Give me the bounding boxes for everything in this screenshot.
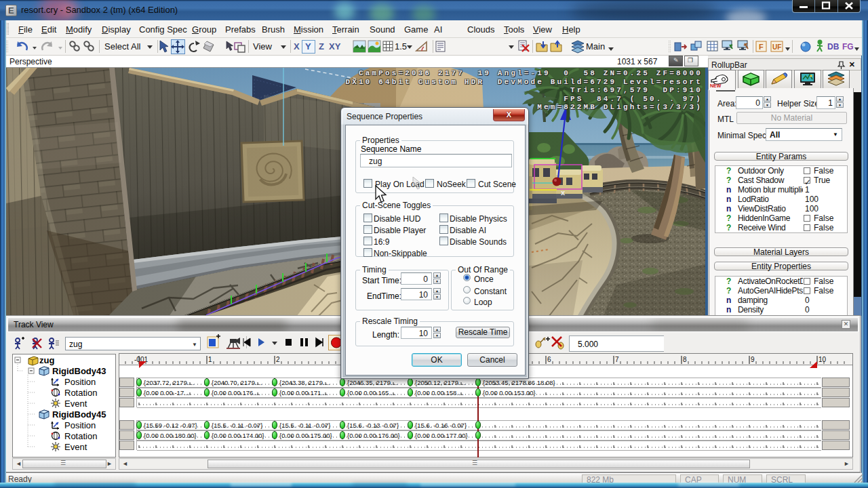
svg-text:{0.00 0.00 171....: {0.00 0.00 171....	[279, 389, 328, 396]
svg-text:Y: Y	[305, 41, 311, 52]
svg-text:{0.00 0.00 176....: {0.00 0.00 176....	[212, 389, 260, 396]
svg-text:View: View	[253, 41, 273, 52]
svg-text:{2040.70, 2179....: {2040.70, 2179....	[212, 379, 262, 386]
svg-text:{0.00 0.00 158....: {0.00 0.00 158....	[415, 389, 464, 396]
svg-text:X: X	[294, 41, 300, 52]
svg-text:XY: XY	[329, 41, 341, 52]
svg-text:{0.00 0.00 174.00}: {0.00 0.00 174.00}	[212, 432, 264, 439]
svg-text:Event: Event	[64, 399, 87, 409]
svg-text:{0.00 0.00 -17...: {0.00 0.00 -17...	[144, 389, 189, 396]
svg-text:{0.00 0.00 177.00}: {0.00 0.00 177.00}	[415, 432, 468, 439]
svg-text:{0.00 0.00 180.00}: {0.00 0.00 180.00}	[144, 432, 197, 439]
svg-text:FG: FG	[842, 42, 854, 52]
svg-text:Position: Position	[64, 420, 96, 430]
svg-text:{2053.45, 2178.86 18.08}: {2053.45, 2178.86 18.08}	[483, 379, 555, 386]
svg-text:Select All: Select All	[104, 41, 141, 52]
svg-text:{15.5. -0.11 -0.07}: {15.5. -0.11 -0.07}	[212, 422, 262, 429]
svg-text:Position: Position	[64, 377, 96, 387]
svg-text:{15.6. -0.13 -0.07}: {15.6. -0.13 -0.07}	[347, 422, 399, 429]
svg-text:{2050.12, 2179....: {2050.12, 2179....	[415, 379, 465, 386]
svg-text:NEW: NEW	[710, 83, 722, 88]
svg-text:RigidBody43: RigidBody43	[52, 366, 106, 376]
svg-text:RigidBody45: RigidBody45	[52, 409, 106, 420]
svg-text:9: 9	[751, 356, 755, 363]
svg-text:1: 1	[208, 356, 212, 363]
svg-text:{15.59 -0.12 -0.07}: {15.59 -0.12 -0.07}	[144, 422, 197, 429]
svg-text:Rotation: Rotation	[64, 388, 97, 398]
svg-text:x: x	[561, 188, 566, 197]
svg-text:UF: UF	[772, 43, 781, 51]
svg-text:{2046.35, 2179....: {2046.35, 2179....	[347, 379, 397, 386]
svg-text:DB: DB	[827, 42, 840, 52]
svg-text:F: F	[759, 43, 764, 51]
svg-text:{15.5. -0.11 -0.07}: {15.5. -0.11 -0.07}	[279, 422, 330, 429]
svg-text:Z: Z	[319, 41, 324, 52]
svg-text:1.5: 1.5	[395, 41, 407, 52]
svg-text:{0.00 0.00 175.00}: {0.00 0.00 175.00}	[279, 432, 332, 439]
svg-text:Rotation: Rotation	[64, 431, 97, 441]
svg-text:6: 6	[547, 356, 551, 363]
svg-text:zug: zug	[39, 355, 54, 365]
svg-text:{0.00 0.00 165....: {0.00 0.00 165....	[347, 389, 396, 396]
svg-text:2: 2	[276, 356, 280, 363]
svg-text:{0.00 0.00 176.00}: {0.00 0.00 176.00}	[347, 432, 400, 439]
svg-text:{2043.38, 2179....: {2043.38, 2179....	[279, 379, 330, 386]
svg-text:Event: Event	[64, 442, 87, 452]
svg-text:7: 7	[615, 356, 619, 363]
svg-text:Main: Main	[586, 41, 605, 52]
svg-text:{0.00 0.00 153.00}: {0.00 0.00 153.00}	[483, 389, 536, 396]
svg-text:10: 10	[818, 356, 827, 363]
svg-text:{2037.72, 2179....: {2037.72, 2179....	[144, 379, 194, 386]
svg-text:{15.6. -0.16 -0.07}: {15.6. -0.16 -0.07}	[415, 422, 467, 429]
svg-text:8: 8	[683, 356, 687, 363]
